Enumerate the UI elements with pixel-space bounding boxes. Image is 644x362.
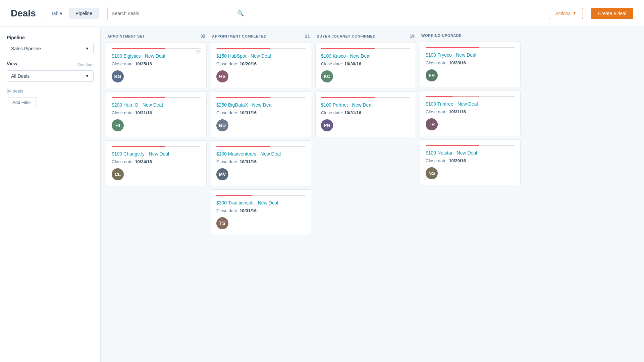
column-count: 19 — [410, 34, 415, 39]
deals-count: 84 deals — [7, 88, 94, 94]
deal-card[interactable]: $100 Trintree - New DealClose date: 10/3… — [420, 90, 521, 136]
avatar: NS — [426, 167, 438, 179]
column-header: APPOINTMENT COMPLETED21 — [211, 34, 311, 43]
avatar: KC — [321, 70, 333, 82]
progress-bar — [112, 146, 201, 147]
avatar: BD — [216, 119, 228, 131]
deal-name: $300 Traditionsoft - New Deal — [216, 200, 306, 205]
deal-name: $200 Hub.IO - New Deal — [112, 102, 201, 108]
create-deal-button[interactable]: Create a deal — [591, 8, 633, 19]
deal-close-date: Close date: 10/25/16 — [112, 61, 201, 66]
avatar: TS — [216, 217, 228, 229]
deal-card[interactable]: $100 Mauiventures - New DealClose date: … — [211, 140, 311, 186]
add-filter-button[interactable]: Add Filter — [7, 98, 37, 107]
deal-card[interactable]: $250 BigDataX - New DealClose date: 10/3… — [211, 92, 311, 137]
avatar: MV — [216, 168, 228, 180]
deal-card[interactable]: $100 Biglytics - New DealClose date: 10/… — [106, 43, 207, 88]
pipeline-select[interactable]: Sales Pipeline ▼ — [7, 43, 94, 54]
deal-card[interactable]: $150 HubSpot - New DealClose date: 10/20… — [211, 43, 311, 88]
deal-close-date: Close date: 10/20/16 — [216, 61, 306, 66]
avatar: FR — [426, 69, 438, 81]
column-appointment-completed: APPOINTMENT COMPLETED21$150 HubSpot - Ne… — [211, 34, 311, 355]
deal-name: $250 BigDataX - New Deal — [216, 102, 306, 108]
column-working-upgrade: WORKING UPGRADE$100 Fryeco - New DealClo… — [420, 34, 521, 355]
progress-bar — [426, 96, 515, 97]
progress-bar — [112, 97, 201, 98]
view-row: View Standard — [7, 61, 94, 69]
deal-close-date: Close date: 10/24/16 — [112, 159, 201, 164]
sidebar: Pipeline Sales Pipeline ▼ View Standard … — [0, 27, 101, 362]
deal-card[interactable]: $100 Fryeco - New DealClose date: 10/28/… — [420, 42, 521, 87]
deal-close-date: Close date: 10/30/16 — [321, 61, 410, 66]
avatar: TR — [426, 118, 438, 130]
progress-bar — [426, 47, 515, 48]
deal-close-date: Close date: 10/31/16 — [112, 110, 201, 115]
view-select[interactable]: All Deals ▼ — [7, 70, 94, 82]
progress-bar — [216, 195, 306, 196]
deal-card[interactable]: $100 Kasco - New DealClose date: 10/30/1… — [315, 43, 416, 88]
column-title: BUYER JOURNEY CONFIRMED — [317, 34, 376, 38]
chevron-down-icon: ▼ — [85, 74, 89, 78]
progress-bar — [216, 146, 306, 147]
progress-bar — [321, 97, 410, 98]
deal-name: $100 Change.ly - New Deal — [112, 151, 201, 157]
search-icon: 🔍 — [237, 10, 244, 16]
search-input[interactable] — [112, 11, 237, 16]
pipeline-view-button[interactable]: Pipeline — [69, 8, 99, 19]
progress-bar — [426, 145, 515, 146]
top-bar: Deals Table Pipeline 🔍 Actions ▼ Create … — [0, 0, 644, 27]
column-title: WORKING UPGRADE — [421, 34, 462, 38]
avatar: BG — [112, 70, 124, 82]
column-header: APPOINTMENT SET32 — [106, 34, 207, 43]
board: APPOINTMENT SET32$100 Biglytics - New De… — [101, 27, 644, 362]
deal-close-date: Close date: 10/31/16 — [216, 159, 306, 164]
avatar: PN — [321, 119, 333, 131]
chevron-down-icon: ▼ — [85, 46, 89, 51]
column-header: BUYER JOURNEY CONFIRMED19 — [315, 34, 416, 43]
progress-bar — [321, 48, 410, 49]
pipeline-label: Pipeline — [7, 35, 94, 40]
column-count: 21 — [305, 34, 310, 39]
deal-close-date: Close date: 10/31/16 — [321, 110, 410, 115]
cards-list: $100 Kasco - New DealClose date: 10/30/1… — [315, 43, 416, 137]
deal-close-date: Close date: 10/31/16 — [216, 110, 306, 115]
deal-name: $100 Biglytics - New Deal — [112, 53, 201, 59]
search-bar: 🔍 — [107, 7, 248, 20]
deal-close-date: Close date: 10/31/16 — [216, 208, 306, 213]
cards-list: $150 HubSpot - New DealClose date: 10/20… — [211, 43, 311, 235]
column-count: 32 — [201, 34, 205, 39]
deal-name: $150 HubSpot - New Deal — [216, 53, 306, 59]
deal-close-date: Close date: 10/28/16 — [426, 60, 515, 65]
actions-button[interactable]: Actions ▼ — [549, 8, 583, 19]
progress-bar — [112, 48, 201, 49]
deal-card[interactable]: $100 Change.ly - New DealClose date: 10/… — [106, 140, 207, 186]
view-label: View — [7, 61, 17, 66]
deal-close-date: Close date: 10/29/16 — [426, 158, 515, 163]
deal-card[interactable]: $100 Portnet - New DealClose date: 10/31… — [315, 92, 416, 137]
avatar: HS — [216, 70, 228, 82]
page-title: Deals — [11, 8, 36, 19]
deal-close-date: Close date: 10/31/16 — [426, 109, 515, 114]
deal-card[interactable]: $300 Traditionsoft - New DealClose date:… — [211, 189, 311, 235]
column-title: APPOINTMENT SET — [107, 34, 145, 38]
view-standard: Standard — [77, 63, 94, 67]
deal-card[interactable]: $100 Netstar - New DealClose date: 10/29… — [420, 139, 521, 185]
deal-name: $100 Kasco - New Deal — [321, 53, 410, 59]
table-view-button[interactable]: Table — [44, 8, 69, 19]
avatar: CL — [112, 168, 124, 180]
cards-list: $100 Biglytics - New DealClose date: 10/… — [106, 43, 207, 186]
drag-icon: ⟳ — [196, 48, 201, 56]
deal-name: $100 Netstar - New Deal — [426, 150, 515, 156]
progress-bar — [216, 48, 306, 49]
view-toggle: Table Pipeline — [44, 8, 99, 19]
cards-list: $100 Fryeco - New DealClose date: 10/28/… — [420, 42, 521, 185]
progress-bar — [216, 97, 306, 98]
column-header: WORKING UPGRADE — [420, 34, 521, 42]
deal-card[interactable]: $200 Hub.IO - New DealClose date: 10/31/… — [106, 92, 207, 137]
deal-name: $100 Mauiventures - New Deal — [216, 151, 306, 157]
chevron-down-icon: ▼ — [573, 11, 577, 16]
column-buyer-journey-confirmed: BUYER JOURNEY CONFIRMED19$100 Kasco - Ne… — [315, 34, 416, 355]
deal-name: $100 Fryeco - New Deal — [426, 52, 515, 58]
column-appointment-set: APPOINTMENT SET32$100 Biglytics - New De… — [106, 34, 207, 355]
deal-name: $100 Portnet - New Deal — [321, 102, 410, 108]
